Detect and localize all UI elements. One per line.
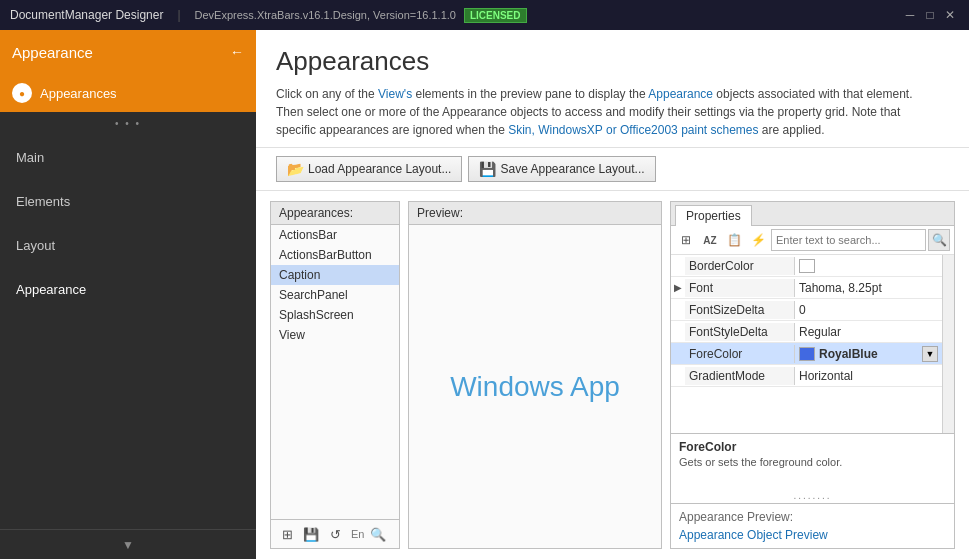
forecolor-dropdown-button[interactable]: ▼ xyxy=(922,346,938,362)
sidebar-bottom: ▼ xyxy=(0,529,256,559)
content-header: Appearances Click on any of the View's e… xyxy=(256,30,969,148)
prop-events-button[interactable]: ⚡ xyxy=(747,229,769,251)
appearance-link[interactable]: Appearance xyxy=(648,87,713,101)
close-button[interactable]: ✕ xyxy=(941,6,959,24)
prop-name-bordercolor: BorderColor xyxy=(685,257,795,275)
list-item-view[interactable]: View xyxy=(271,325,399,345)
content-description: Click on any of the View's elements in t… xyxy=(276,85,916,139)
prop-value-bordercolor[interactable] xyxy=(795,257,942,275)
forecolor-color-box xyxy=(799,347,815,361)
three-panel-container: Appearances: ActionsBar ActionsBarButton… xyxy=(256,191,969,559)
prop-search-button[interactable]: 🔍 xyxy=(928,229,950,251)
title-bar-left: DocumentManager Designer | DevExpress.Xt… xyxy=(10,8,527,23)
title-bar: DocumentManager Designer | DevExpress.Xt… xyxy=(0,0,969,30)
refresh-appearance-button[interactable]: ↺ xyxy=(325,524,345,544)
list-item-searchpanel[interactable]: SearchPanel xyxy=(271,285,399,305)
prop-row-font: ▶ Font Tahoma, 8.25pt xyxy=(671,277,942,299)
prop-description-title: ForeColor xyxy=(679,440,946,454)
save-appearance-button[interactable]: 💾 Save Appearance Layout... xyxy=(468,156,655,182)
minimize-button[interactable]: ─ xyxy=(901,6,919,24)
preview-panel: Preview: Windows App xyxy=(408,201,662,549)
expand-icon-font[interactable]: ▶ xyxy=(671,282,685,293)
views-link[interactable]: View's xyxy=(378,87,412,101)
list-item-splashscreen[interactable]: SplashScreen xyxy=(271,305,399,325)
prop-description: ForeColor Gets or sets the foreground co… xyxy=(671,433,954,488)
preview-windows-app-text: Windows App xyxy=(450,371,620,403)
skin-link[interactable]: Skin, WindowsXP or Office2003 paint sche… xyxy=(508,123,758,137)
prop-name-fontstyledelta: FontStyleDelta xyxy=(685,323,795,341)
sidebar-dots: • • • xyxy=(0,112,256,135)
appearance-preview-link[interactable]: Appearance Object Preview xyxy=(679,528,828,542)
appearances-icon: ● xyxy=(12,83,32,103)
content-area: Appearances Click on any of the View's e… xyxy=(256,30,969,559)
appearance-preview-title: Appearance Preview: xyxy=(679,510,946,524)
sidebar-item-main[interactable]: Main xyxy=(0,135,256,179)
prop-value-gradientmode[interactable]: Horizontal xyxy=(795,367,942,385)
prop-search-input[interactable] xyxy=(771,229,926,251)
prop-scrollbar[interactable] xyxy=(942,255,954,433)
app-name: DocumentManager Designer xyxy=(10,8,163,22)
window-controls: ─ □ ✕ xyxy=(901,6,959,24)
load-appearance-button[interactable]: 📂 Load Appearance Layout... xyxy=(276,156,462,182)
appearances-panel: Appearances: ActionsBar ActionsBarButton… xyxy=(270,201,400,549)
main-layout: Appearance ← ● Appearances • • • Main El… xyxy=(0,30,969,559)
prop-name-gradientmode: GradientMode xyxy=(685,367,795,385)
appearances-list[interactable]: ActionsBar ActionsBarButton Caption Sear… xyxy=(271,225,399,519)
add-appearance-button[interactable]: ⊞ xyxy=(277,524,297,544)
sidebar: Appearance ← ● Appearances • • • Main El… xyxy=(0,30,256,559)
save-appearance-footer-button[interactable]: 💾 xyxy=(301,524,321,544)
list-item-actionsbarbutton[interactable]: ActionsBarButton xyxy=(271,245,399,265)
sidebar-nav-items: Main Elements Layout Appearance xyxy=(0,135,256,529)
sidebar-header: Appearance ← xyxy=(0,30,256,74)
prop-value-fontstyledelta[interactable]: Regular xyxy=(795,323,942,341)
prop-row-fontsizedelta: FontSizeDelta 0 xyxy=(671,299,942,321)
sidebar-item-appearances[interactable]: ● Appearances xyxy=(0,74,256,112)
prop-grid: BorderColor ▶ Font Tahoma, 8.25pt xyxy=(671,255,942,433)
title-bar-separator: | xyxy=(177,8,180,22)
prop-pages-button[interactable]: 📋 xyxy=(723,229,745,251)
prop-name-font: Font xyxy=(685,279,795,297)
appearances-panel-footer: ⊞ 💾 ↺ En 🔍 xyxy=(271,519,399,548)
preview-panel-header: Preview: xyxy=(409,202,661,225)
load-appearance-label: Load Appearance Layout... xyxy=(308,162,451,176)
language-label: En xyxy=(351,528,364,540)
properties-panel: Properties ⊞ AZ 📋 ⚡ 🔍 BorderColo xyxy=(670,201,955,549)
licensed-badge: LICENSED xyxy=(464,8,527,23)
tab-properties[interactable]: Properties xyxy=(675,205,752,226)
prop-toolbar: ⊞ AZ 📋 ⚡ 🔍 xyxy=(671,226,954,255)
version-text: DevExpress.XtraBars.v16.1.Design, Versio… xyxy=(195,9,456,21)
appearances-panel-header: Appearances: xyxy=(271,202,399,225)
sidebar-back-button[interactable]: ← xyxy=(230,44,244,60)
prop-name-fontsizedelta: FontSizeDelta xyxy=(685,301,795,319)
save-appearance-label: Save Appearance Layout... xyxy=(500,162,644,176)
prop-name-forecolor: ForeColor xyxy=(685,345,795,363)
prop-categorized-button[interactable]: ⊞ xyxy=(675,229,697,251)
maximize-button[interactable]: □ xyxy=(921,6,939,24)
prop-row-gradientmode: GradientMode Horizontal xyxy=(671,365,942,387)
sidebar-collapse-button[interactable]: ▼ xyxy=(122,538,134,552)
properties-tabs: Properties xyxy=(671,202,954,226)
page-title: Appearances xyxy=(276,46,949,77)
sidebar-item-appearance[interactable]: Appearance xyxy=(0,267,256,311)
toolbar: 📂 Load Appearance Layout... 💾 Save Appea… xyxy=(256,148,969,191)
prop-row-forecolor: ForeColor RoyalBlue ▼ xyxy=(671,343,942,365)
list-item-caption[interactable]: Caption xyxy=(271,265,399,285)
search-footer-button[interactable]: 🔍 xyxy=(368,524,388,544)
preview-content: Windows App xyxy=(409,225,661,548)
prop-divider-dots: ........ xyxy=(671,488,954,503)
sidebar-header-title: Appearance xyxy=(12,44,93,61)
list-item-actionsbar[interactable]: ActionsBar xyxy=(271,225,399,245)
sidebar-item-elements[interactable]: Elements xyxy=(0,179,256,223)
prop-alpha-button[interactable]: AZ xyxy=(699,229,721,251)
prop-row-fontstyledelta: FontStyleDelta Regular xyxy=(671,321,942,343)
save-icon: 💾 xyxy=(479,161,496,177)
prop-value-forecolor[interactable]: RoyalBlue ▼ xyxy=(795,344,942,364)
bordercolor-color-box xyxy=(799,259,815,273)
appearance-preview-section: Appearance Preview: Appearance Object Pr… xyxy=(671,503,954,548)
appearances-item-label: Appearances xyxy=(40,86,117,101)
load-icon: 📂 xyxy=(287,161,304,177)
prop-row-bordercolor: BorderColor xyxy=(671,255,942,277)
prop-value-fontsizedelta[interactable]: 0 xyxy=(795,301,942,319)
sidebar-item-layout[interactable]: Layout xyxy=(0,223,256,267)
prop-value-font[interactable]: Tahoma, 8.25pt xyxy=(795,279,942,297)
